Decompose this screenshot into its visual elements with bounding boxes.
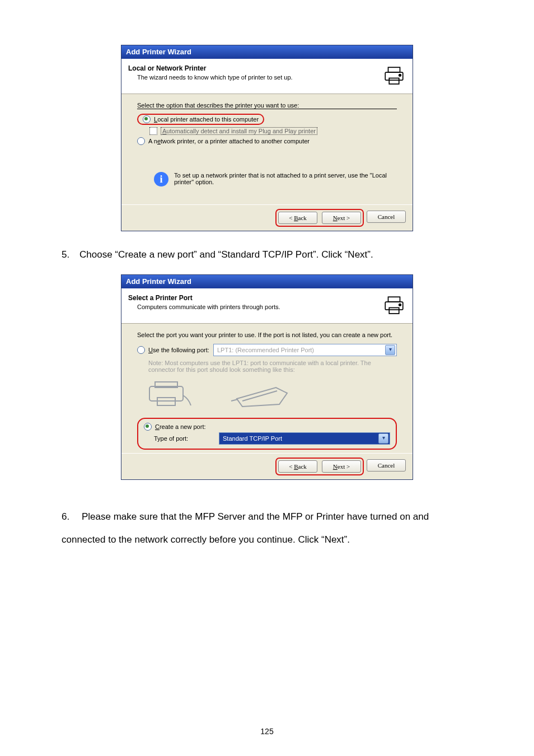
printer-graphic-icon [145, 379, 195, 410]
svg-point-7 [399, 304, 401, 306]
add-printer-wizard-dialog-1: Add Printer Wizard Local or Network Prin… [121, 45, 413, 231]
type-of-port-select[interactable]: Standard TCP/IP Port ▾ [219, 432, 390, 445]
connector-graphic-icon [226, 379, 293, 410]
dialog1-header-sub: The wizard needs to know which type of p… [137, 74, 382, 81]
radio-icon [144, 423, 152, 431]
dialog1-header: Local or Network Printer The wizard need… [121, 59, 413, 94]
svg-rect-6 [389, 307, 399, 314]
info-text: To set up a network printer that is not … [174, 172, 397, 185]
dialog2-select-line: Select the port you want your printer to… [137, 332, 397, 338]
next-button[interactable]: Next > [322, 212, 361, 224]
radio-icon [137, 346, 145, 354]
radio-network-printer[interactable]: A network printer, or a printer attached… [137, 137, 397, 145]
add-printer-wizard-dialog-2: Add Printer Wizard Select a Printer Port… [121, 274, 413, 480]
info-icon: i [154, 172, 168, 186]
radio-icon [137, 137, 145, 145]
dialog1-button-bar: < Back Next > < BackNext > Cancel [121, 204, 413, 231]
step-6-text: Please make sure that the MFP Server and… [62, 511, 429, 545]
radio-use-label: Use the following port: [148, 347, 213, 353]
step-5: 5.Choose “Create a new port” and “Standa… [62, 244, 472, 267]
svg-point-3 [399, 74, 401, 77]
dialog2-header-title: Select a Printer Port [128, 294, 382, 302]
dialog2-header: Select a Printer Port Computers communic… [121, 288, 413, 324]
info-row: i To set up a network printer that is no… [154, 172, 397, 186]
dialog1-titlebar: Add Printer Wizard [121, 45, 413, 59]
dialog2-body: Select the port you want your printer to… [121, 324, 413, 453]
page-number: 125 [0, 727, 534, 736]
step-5-text: Choose “Create a new port” and “Standard… [79, 249, 373, 260]
use-port-select: LPT1: (Recommended Printer Port) ▾ [213, 344, 397, 356]
printer-icon [382, 294, 406, 318]
step-6-number: 6. [62, 506, 79, 529]
radio-create-label: Create a new port: [155, 423, 206, 430]
svg-rect-0 [388, 67, 400, 72]
svg-rect-8 [149, 386, 183, 401]
checkbox-auto-detect[interactable]: Automatically detect and install my Plug… [137, 127, 397, 135]
use-port-value: LPT1: (Recommended Printer Port) [217, 347, 314, 353]
port-note: Note: Most computers use the LPT1: port … [148, 360, 397, 373]
dialog2-header-sub: Computers communicate with printers thro… [137, 304, 382, 310]
chevron-down-icon: ▾ [385, 345, 395, 355]
port-images [145, 379, 397, 410]
radio-icon [143, 115, 151, 123]
dialog1-body: Select the option that describes the pri… [121, 94, 413, 204]
radio-local-label: LLocal printer attached to this computer… [154, 116, 259, 123]
back-button[interactable]: < Back [278, 460, 317, 473]
svg-rect-4 [388, 297, 400, 302]
cancel-button[interactable]: Cancel [367, 459, 406, 472]
printer-icon [382, 64, 406, 88]
back-button[interactable]: < Back [278, 212, 317, 224]
dialog1-header-title: Local or Network Printer [128, 64, 382, 72]
radio-network-label: A network printer, or a printer attached… [148, 138, 310, 144]
radio-use-port[interactable]: Use the following port: Use the followin… [137, 344, 397, 356]
dialog2-titlebar: Add Printer Wizard [121, 275, 413, 288]
dialog1-select-line: Select the option that describes the pri… [137, 102, 397, 109]
step-6: 6.Please make sure that the MFP Server a… [62, 506, 472, 552]
type-of-port-value: Standard TCP/IP Port [223, 435, 282, 442]
chevron-down-icon[interactable]: ▾ [378, 433, 388, 444]
svg-rect-2 [389, 78, 399, 85]
dialog2-button-bar: < Back Next > < BackNext > Cancel [121, 453, 413, 479]
cancel-button[interactable]: Cancel [367, 211, 406, 223]
radio-local-printer[interactable]: LLocal printer attached to this computer… [137, 114, 397, 125]
radio-create-port[interactable]: Create a new port: Create a new port: [144, 423, 390, 431]
next-button[interactable]: Next > [322, 460, 361, 473]
type-of-port-label: Type of port: [154, 435, 219, 442]
type-of-port-row: Type of port: Standard TCP/IP Port ▾ [144, 432, 390, 445]
checkbox-icon [149, 127, 157, 135]
create-port-highlight: Create a new port: Create a new port: Ty… [137, 418, 397, 450]
checkbox-auto-label: Automatically detect and install my Plug… [161, 127, 317, 135]
step-5-number: 5. [62, 244, 79, 267]
